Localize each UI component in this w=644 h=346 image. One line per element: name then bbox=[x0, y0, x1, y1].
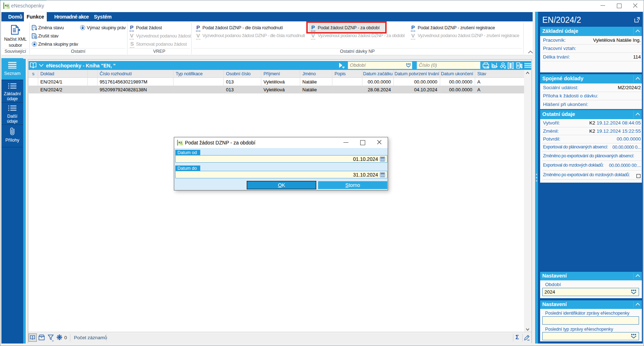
svg-text:K2: K2 bbox=[178, 141, 182, 144]
svg-text:K2: K2 bbox=[5, 4, 9, 7]
